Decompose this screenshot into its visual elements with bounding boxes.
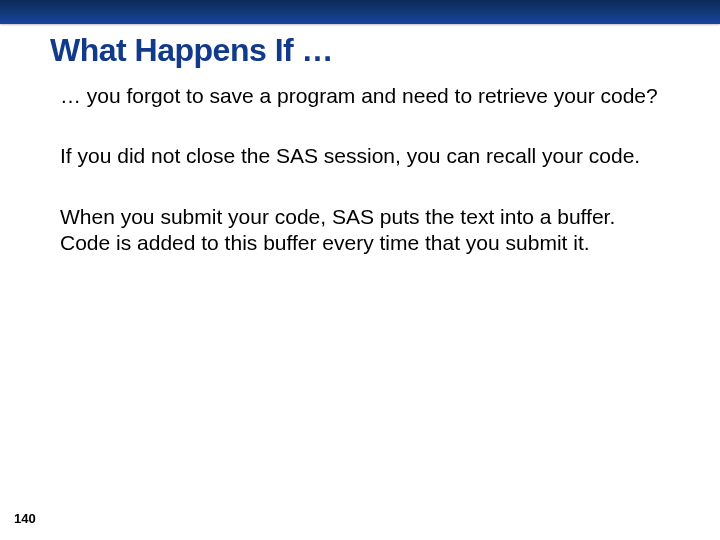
header-band bbox=[0, 0, 720, 24]
paragraph-3: When you submit your code, SAS puts the … bbox=[60, 204, 660, 257]
slide-content: What Happens If … … you forgot to save a… bbox=[0, 28, 720, 540]
paragraph-2: If you did not close the SAS session, yo… bbox=[60, 143, 660, 169]
slide-title: What Happens If … bbox=[50, 32, 660, 69]
page-number: 140 bbox=[14, 511, 36, 526]
paragraph-1: … you forgot to save a program and need … bbox=[60, 83, 660, 109]
